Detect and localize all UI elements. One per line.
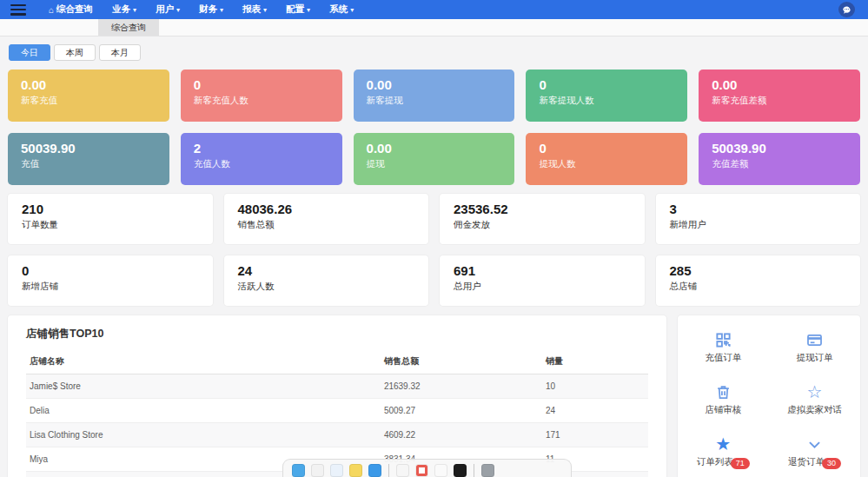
- quicklink-return-orders[interactable]: 退货订单 30: [769, 425, 860, 477]
- main-content: 今日 本周 本月 0.00新客充值 0新客充值人数 0.00新客提现 0新客提现…: [0, 36, 868, 477]
- stat-card-new-recharge[interactable]: 0.00新客充值: [8, 70, 169, 122]
- summary-card-active-users: 24活跃人数: [224, 255, 429, 306]
- table-row[interactable]: Lisa Clothing Store4609.22171: [26, 423, 648, 447]
- dock-app-icon[interactable]: [292, 464, 305, 477]
- nav-menu-business[interactable]: 业务▾: [112, 3, 136, 16]
- tab-bar: 综合查询: [0, 19, 868, 36]
- sales-panel-title: 店铺销售TOP10: [8, 315, 666, 350]
- macos-dock[interactable]: [282, 459, 572, 477]
- return-orders-badge: 30: [822, 458, 841, 469]
- table-row[interactable]: Delia5009.2724: [26, 399, 648, 423]
- chat-button[interactable]: [838, 2, 855, 17]
- stat-card-withdraw[interactable]: 0.00提现: [354, 133, 515, 185]
- dock-app-icon[interactable]: [415, 464, 428, 477]
- summary-card-commission: 23536.52佣金发放: [440, 194, 645, 244]
- column-header-sales-total: 销售总额: [381, 350, 542, 374]
- quicklink-order-list[interactable]: ★ 订单列表 71: [678, 425, 769, 477]
- filter-month-button[interactable]: 本月: [99, 44, 141, 61]
- dock-app-icon[interactable]: [330, 464, 343, 477]
- dock-divider: [388, 464, 389, 477]
- column-header-shop-name: 店铺名称: [26, 350, 381, 374]
- summary-card-new-users: 3新增用户: [656, 194, 861, 244]
- dock-app-icon[interactable]: [454, 464, 467, 477]
- dock-divider: [474, 464, 474, 477]
- chat-bubble-icon: [842, 5, 851, 15]
- quick-links-panel: 充值订单 提现订单 店铺审核 ☆ 虚拟卖家对话: [678, 315, 860, 477]
- quicklink-shop-review[interactable]: 店铺审核: [678, 373, 769, 425]
- trash-icon: [715, 381, 732, 401]
- dock-app-icon[interactable]: [434, 464, 447, 477]
- dock-app-icon[interactable]: [311, 464, 324, 477]
- dock-app-icon[interactable]: [349, 464, 362, 477]
- table-row[interactable]: Jamie$ Store21639.3210: [26, 374, 648, 399]
- home-icon: ⌂: [49, 5, 54, 15]
- star-outline-icon: ☆: [806, 383, 822, 401]
- chevron-down-icon: [806, 434, 823, 453]
- stat-card-row-2: 50039.90充值 2充值人数 0.00提现 0提现人数 50039.90充值…: [8, 133, 860, 185]
- credit-card-icon: [806, 329, 823, 348]
- stat-card-recharge-diff[interactable]: 50039.90充值差额: [699, 133, 860, 185]
- nav-menu-finance[interactable]: 财务▾: [199, 3, 223, 16]
- stat-card-new-withdraw[interactable]: 0.00新客提现: [354, 70, 515, 122]
- quick-links-grid: 充值订单 提现订单 店铺审核 ☆ 虚拟卖家对话: [678, 321, 860, 477]
- caret-down-icon: ▾: [350, 6, 354, 14]
- caret-down-icon: ▾: [176, 6, 180, 14]
- summary-card-sales-total: 48036.26销售总额: [224, 194, 429, 244]
- summary-card-order-count: 210订单数量: [8, 194, 213, 244]
- order-list-badge: 71: [731, 458, 750, 469]
- stat-card-new-recharge-users[interactable]: 0新客充值人数: [181, 70, 342, 122]
- dock-app-icon[interactable]: [481, 464, 494, 477]
- caret-down-icon: ▾: [263, 6, 267, 14]
- caret-down-icon: ▾: [220, 6, 223, 14]
- stat-card-withdraw-users[interactable]: 0提现人数: [526, 133, 687, 185]
- summary-card-new-shops: 0新增店铺: [8, 255, 213, 306]
- filter-today-button[interactable]: 今日: [9, 44, 50, 61]
- bottom-section: 店铺销售TOP10 店铺名称 销售总额 销量 Jamie$ Store21639…: [8, 315, 860, 477]
- stat-card-new-withdraw-users[interactable]: 0新客提现人数: [526, 70, 687, 122]
- caret-down-icon: ▾: [307, 6, 310, 14]
- summary-card-total-shops: 285总店铺: [656, 255, 861, 306]
- top-navbar: ⌂ 综合查询 业务▾ 用户▾ 财务▾ 报表▾ 配置▾ 系统▾: [0, 0, 868, 19]
- dock-app-icon[interactable]: [368, 464, 381, 477]
- stat-card-new-recharge-diff[interactable]: 0.00新客充值差额: [699, 70, 860, 122]
- quicklink-recharge-orders[interactable]: 充值订单: [678, 321, 769, 373]
- summary-card-total-users: 691总用户: [440, 255, 645, 306]
- hamburger-menu-icon[interactable]: [10, 4, 26, 16]
- stat-card-row-1: 0.00新客充值 0新客充值人数 0.00新客提现 0新客提现人数 0.00新客…: [8, 70, 860, 122]
- sales-top10-panel: 店铺销售TOP10 店铺名称 销售总额 销量 Jamie$ Store21639…: [8, 315, 666, 477]
- nav-home[interactable]: ⌂ 综合查询: [49, 3, 93, 16]
- summary-card-row-1: 210订单数量 48036.26销售总额 23536.52佣金发放 3新增用户: [8, 194, 860, 244]
- quicklink-withdraw-orders[interactable]: 提现订单: [769, 321, 860, 373]
- nav-menu-users[interactable]: 用户▾: [156, 3, 180, 16]
- filter-week-button[interactable]: 本周: [54, 44, 96, 61]
- qr-code-icon: [715, 329, 732, 348]
- stat-card-recharge-users[interactable]: 2充值人数: [181, 133, 342, 185]
- stat-card-recharge[interactable]: 50039.90充值: [8, 133, 169, 185]
- caret-down-icon: ▾: [133, 6, 136, 14]
- date-filter-group: 今日 本周 本月: [9, 44, 860, 61]
- nav-home-label: 综合查询: [56, 3, 93, 16]
- summary-card-row-2: 0新增店铺 24活跃人数 691总用户 285总店铺: [8, 255, 860, 306]
- nav-menu-reports[interactable]: 报表▾: [242, 3, 267, 16]
- nav-menu-system[interactable]: 系统▾: [329, 3, 354, 16]
- quicklink-virtual-seller-chat[interactable]: ☆ 虚拟卖家对话: [769, 373, 860, 425]
- nav-menu-config[interactable]: 配置▾: [286, 3, 310, 16]
- tab-overview-query[interactable]: 综合查询: [98, 19, 159, 36]
- dock-app-icon[interactable]: [396, 464, 409, 477]
- column-header-sales-qty: 销量: [542, 350, 648, 374]
- star-filled-icon: ★: [715, 435, 731, 453]
